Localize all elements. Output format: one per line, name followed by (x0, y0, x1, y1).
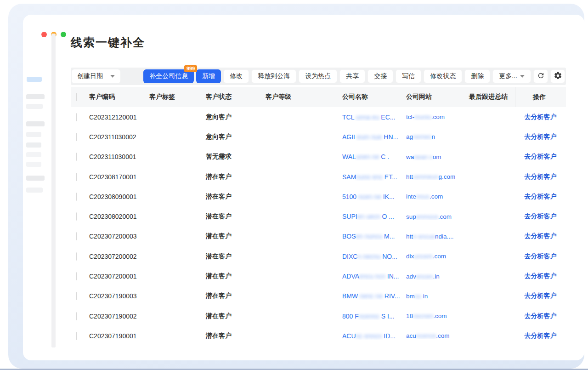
column-header: 客户编码 (89, 93, 149, 101)
table-row: C202312120001意向客户TCL unna eu EC...tcl-mu… (71, 107, 566, 127)
sidebar-item[interactable] (26, 152, 41, 157)
sidebar-item-active[interactable] (27, 77, 42, 82)
analyze-customer-link[interactable]: 去分析客户 (515, 272, 566, 280)
close-window-button[interactable] (41, 32, 47, 37)
redacted-text: nean c (414, 154, 433, 160)
link-text: .com (433, 313, 447, 319)
company-name-link[interactable]: 5100 ncen ne IK... (342, 193, 406, 200)
company-name-link[interactable]: TCL unna eu EC... (342, 114, 406, 121)
table-row: C202307200003潜在客户BOSen nuncu M...httn en… (71, 227, 566, 246)
customer-status-cell: 意向客户 (206, 133, 266, 141)
row-checkbox[interactable] (76, 212, 77, 221)
analyze-customer-link[interactable]: 去分析客户 (515, 332, 566, 340)
row-checkbox[interactable] (76, 153, 77, 161)
change-status-button[interactable]: 修改状态 (424, 69, 462, 83)
redacted-text: en nuncu (356, 233, 384, 240)
row-checkbox[interactable] (76, 193, 77, 201)
row-checkbox[interactable] (76, 272, 77, 280)
company-website-link[interactable]: tcl-muniu.com (406, 114, 469, 120)
notification-badge: 999 (184, 65, 197, 72)
company-website-link[interactable]: agnemecn (406, 133, 469, 140)
company-name-link[interactable]: ACUnc enncn ID... (342, 332, 406, 340)
company-name-link[interactable]: AGILeum nue HN... (342, 133, 406, 141)
edit-button[interactable]: 修改 (223, 69, 249, 83)
complete-company-info-button[interactable]: 补全公司信息999 (143, 69, 194, 83)
analyze-customer-link[interactable]: 去分析客户 (515, 193, 566, 201)
handover-button[interactable]: 交接 (368, 69, 393, 83)
analyze-customer-link[interactable]: 去分析客户 (515, 232, 566, 240)
column-header: 客户状态 (206, 93, 266, 101)
company-website-link[interactable]: 18necnen.com (406, 313, 469, 319)
company-website-link[interactable]: bmnc in (406, 293, 469, 300)
company-website-link[interactable]: httcenmeung.com (406, 173, 469, 180)
company-name-link[interactable]: DIXCn necnu NO... (342, 253, 406, 260)
company-name-link[interactable]: SUPIen uecn O ... (342, 213, 406, 220)
sidebar-item[interactable] (26, 121, 45, 126)
link-text: wa (406, 154, 414, 160)
refresh-button[interactable] (533, 69, 548, 83)
customer-code-cell: C202308020001 (89, 213, 149, 220)
row-checkbox[interactable] (76, 252, 77, 261)
company-name-link[interactable]: SAMnuno enc ET... (342, 173, 406, 181)
sidebar-item[interactable] (26, 104, 43, 109)
link-text: sup (406, 213, 416, 220)
company-name-link[interactable]: WALunen ne C . (342, 153, 406, 160)
sidebar-item[interactable] (26, 162, 41, 167)
company-website-link[interactable]: wanean com (406, 154, 469, 160)
screenshot-root: 线索一键补全 创建日期 补全公司信息999新增修改释放到公海设为热点共享交接写信… (0, 0, 588, 370)
company-name-link[interactable]: ADVAencu ncn IN... (342, 273, 406, 280)
delete-button[interactable]: 删除 (464, 69, 490, 83)
customer-code-cell: C202307200002 (89, 253, 149, 260)
window-frame: 线索一键补全 创建日期 补全公司信息999新增修改释放到公海设为热点共享交接写信… (8, 4, 584, 369)
row-checkbox[interactable] (76, 312, 77, 320)
sidebar-item[interactable] (26, 188, 43, 193)
company-website-link[interactable]: advencen.in (406, 273, 469, 280)
row-checkbox[interactable] (76, 133, 77, 141)
company-website-link[interactable]: intennus.com (406, 193, 469, 200)
select-all-checkbox[interactable] (76, 93, 77, 101)
sidebar-item[interactable] (26, 132, 41, 137)
sidebar-item[interactable] (26, 142, 41, 148)
analyze-customer-link[interactable]: 去分析客户 (515, 212, 566, 221)
company-website-link[interactable]: httn encuendia.... (406, 233, 469, 240)
customer-code-cell: C202307190003 (89, 292, 149, 300)
company-website-link[interactable]: supenmoce.com (406, 213, 469, 220)
row-checkbox[interactable] (76, 292, 77, 300)
company-name-link[interactable]: 800 Fncennc S I... (342, 313, 406, 320)
settings-button[interactable] (550, 69, 565, 83)
link-text: ag (406, 133, 413, 140)
link-text: HN... (384, 133, 398, 141)
link-text: BOS (342, 233, 356, 240)
release-to-pool-button[interactable]: 释放到公海 (251, 69, 296, 83)
company-website-link[interactable]: acuncence.com (406, 332, 469, 339)
analyze-customer-link[interactable]: 去分析客户 (515, 312, 566, 320)
write-email-button[interactable]: 写信 (396, 69, 421, 83)
analyze-customer-link[interactable]: 去分析客户 (515, 133, 566, 141)
table-row: C202307190003潜在客户BMW nenc ne RIV...bmnc … (71, 286, 566, 306)
add-button[interactable]: 新增 (196, 69, 221, 83)
date-filter-select[interactable]: 创建日期 (72, 69, 120, 83)
company-website-link[interactable]: dixuncem.com (406, 253, 469, 260)
sidebar-item[interactable] (26, 176, 45, 181)
row-checkbox[interactable] (76, 232, 77, 240)
share-button[interactable]: 共享 (339, 69, 365, 83)
maximize-window-button[interactable] (61, 32, 66, 37)
link-text: TCL (342, 114, 356, 121)
row-checkbox[interactable] (76, 332, 77, 340)
company-name-link[interactable]: BOSen nuncu M... (342, 233, 406, 240)
company-name-link[interactable]: BMW nenc ne RIV... (342, 292, 406, 300)
redacted-text: eum nue (357, 133, 384, 141)
analyze-customer-link[interactable]: 去分析客户 (515, 173, 566, 181)
analyze-customer-link[interactable]: 去分析客户 (515, 153, 566, 161)
row-select-cell (71, 292, 89, 300)
set-hot-button[interactable]: 设为热点 (299, 69, 337, 83)
row-checkbox[interactable] (76, 173, 77, 181)
sidebar-item[interactable] (26, 94, 45, 99)
link-text: ID... (384, 332, 396, 340)
analyze-customer-link[interactable]: 去分析客户 (515, 113, 566, 121)
row-checkbox[interactable] (76, 113, 77, 121)
more-button[interactable]: 更多... (492, 69, 531, 83)
analyze-customer-link[interactable]: 去分析客户 (515, 292, 566, 300)
link-text: n (432, 133, 435, 140)
analyze-customer-link[interactable]: 去分析客户 (515, 252, 566, 261)
